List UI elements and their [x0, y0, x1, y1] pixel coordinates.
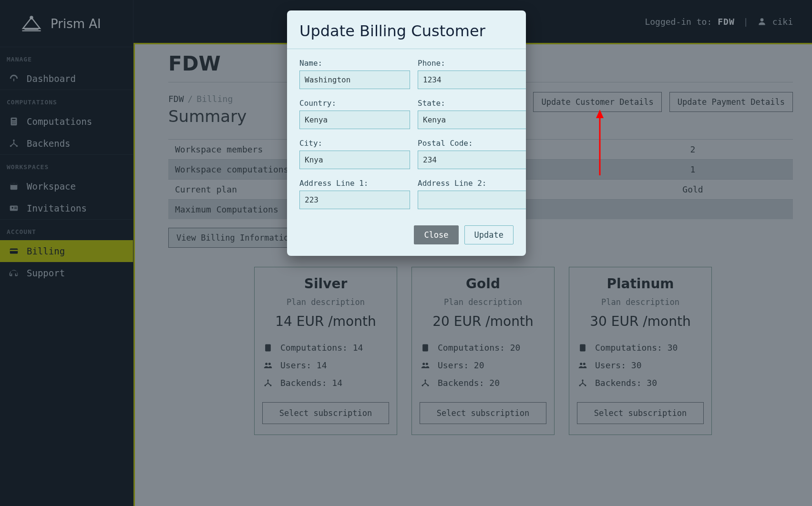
svg-point-33 [422, 363, 425, 365]
modal-close-button[interactable]: Close [414, 225, 458, 244]
country-input[interactable] [299, 111, 410, 129]
svg-rect-16 [10, 183, 18, 185]
sidebar-item-backends[interactable]: Backends [0, 132, 133, 154]
select-subscription-button[interactable]: Select subscription [420, 402, 546, 424]
network-icon [421, 378, 430, 388]
user-icon [757, 17, 767, 26]
network-icon [9, 138, 19, 149]
svg-point-25 [760, 18, 763, 21]
crumb-root[interactable]: FDW [168, 94, 184, 104]
select-subscription-button[interactable]: Select subscription [577, 402, 704, 424]
update-customer-button[interactable]: Update Customer Details [533, 92, 661, 112]
credit-card-icon [9, 246, 19, 256]
svg-point-10 [13, 123, 14, 124]
calculator-icon [9, 116, 19, 127]
plan-price: 30 EUR /month [577, 314, 704, 329]
plan-name: Platinum [577, 276, 704, 292]
brand-name: Prism AI [51, 17, 101, 31]
topbar-workspace[interactable]: FDW [718, 17, 735, 27]
plan-cards: Silver Plan description 14 EUR /month Co… [254, 267, 793, 435]
sidebar-item-label: Workspace [27, 181, 76, 192]
update-billing-modal: Update Billing Customer Name: Phone: Cou… [287, 10, 526, 256]
plan-desc: Plan description [577, 297, 704, 307]
svg-point-9 [12, 123, 13, 124]
svg-point-41 [582, 379, 583, 381]
svg-point-6 [12, 121, 13, 122]
modal-update-button[interactable]: Update [464, 225, 514, 244]
sidebar-item-label: Billing [27, 246, 65, 256]
addr2-label: Address Line 2: [418, 179, 526, 188]
name-input[interactable] [299, 71, 410, 89]
phone-input[interactable] [418, 71, 526, 89]
nav-group-manage-label: MANAGE [0, 56, 133, 68]
svg-point-1 [31, 17, 33, 19]
name-label: Name: [299, 59, 410, 68]
summary-value: Gold [593, 180, 793, 200]
addr2-input[interactable] [418, 191, 526, 209]
users-icon [263, 361, 273, 370]
plan-feat-computations: Computations: 30 [595, 343, 678, 353]
crumb-leaf: Billing [196, 94, 233, 104]
svg-point-28 [268, 363, 271, 365]
nav-group-workspaces-label: WORKSPACES [0, 163, 133, 175]
state-input[interactable] [418, 111, 526, 129]
svg-point-29 [267, 379, 268, 381]
svg-point-27 [265, 363, 267, 365]
svg-point-11 [15, 123, 16, 124]
topbar-username[interactable]: ciki [772, 17, 793, 27]
svg-rect-26 [265, 344, 271, 351]
svg-point-35 [424, 379, 426, 381]
plan-card-gold: Gold Plan description 20 EUR /month Comp… [411, 267, 555, 435]
crumb-sep: / [188, 94, 193, 104]
dashboard-icon [9, 73, 19, 84]
plan-feat-backends: Backends: 20 [438, 378, 500, 388]
postal-label: Postal Code: [418, 139, 526, 148]
postal-input[interactable] [418, 151, 526, 169]
sidebar-item-label: Support [27, 268, 65, 278]
headset-icon [9, 268, 19, 278]
country-label: Country: [299, 99, 410, 108]
plan-name: Gold [420, 276, 546, 292]
sidebar-item-computations[interactable]: Computations [0, 111, 133, 132]
svg-rect-5 [12, 119, 15, 121]
plan-feat-computations: Computations: 20 [438, 343, 520, 353]
plan-feat-users: Users: 30 [595, 360, 642, 370]
plan-desc: Plan description [262, 297, 389, 307]
summary-value [593, 200, 793, 220]
calendar-icon [9, 181, 19, 192]
plan-name: Silver [262, 276, 389, 292]
plan-feat-computations: Computations: 14 [280, 343, 363, 353]
addr1-input[interactable] [299, 191, 410, 209]
select-subscription-button[interactable]: Select subscription [262, 402, 389, 424]
update-payment-button[interactable]: Update Payment Details [669, 92, 793, 112]
addr1-label: Address Line 1: [299, 179, 410, 188]
plan-feat-backends: Backends: 30 [595, 378, 657, 388]
network-icon [578, 378, 587, 388]
users-icon [421, 361, 430, 370]
sidebar-item-label: Computations [27, 116, 92, 127]
sidebar-item-label: Invitations [27, 203, 87, 213]
view-billing-label: View Billing Information [176, 233, 294, 243]
sidebar-item-workspace[interactable]: Workspace [0, 175, 133, 197]
plan-price: 14 EUR /month [262, 314, 389, 329]
topbar-separator: | [740, 17, 751, 27]
sidebar-item-support[interactable]: Support [0, 262, 133, 284]
city-input[interactable] [299, 151, 410, 169]
id-card-icon [9, 203, 19, 213]
sidebar-item-billing[interactable]: Billing [0, 240, 133, 262]
svg-point-8 [15, 121, 16, 122]
sidebar-item-invitations[interactable]: Invitations [0, 197, 133, 219]
svg-rect-21 [14, 207, 17, 207]
svg-point-39 [580, 363, 582, 365]
network-icon [263, 378, 273, 388]
plan-card-silver: Silver Plan description 14 EUR /month Co… [254, 267, 397, 435]
plan-feat-backends: Backends: 14 [280, 378, 342, 388]
svg-rect-32 [422, 344, 428, 351]
brand-logo: Prism AI [0, 10, 133, 47]
nav-group-computations-label: COMPUTATIONS [0, 99, 133, 111]
sidebar-item-dashboard[interactable]: Dashboard [0, 68, 133, 90]
svg-point-12 [13, 140, 15, 142]
svg-rect-24 [10, 250, 18, 251]
calculator-icon [578, 343, 587, 353]
svg-rect-22 [14, 208, 17, 209]
